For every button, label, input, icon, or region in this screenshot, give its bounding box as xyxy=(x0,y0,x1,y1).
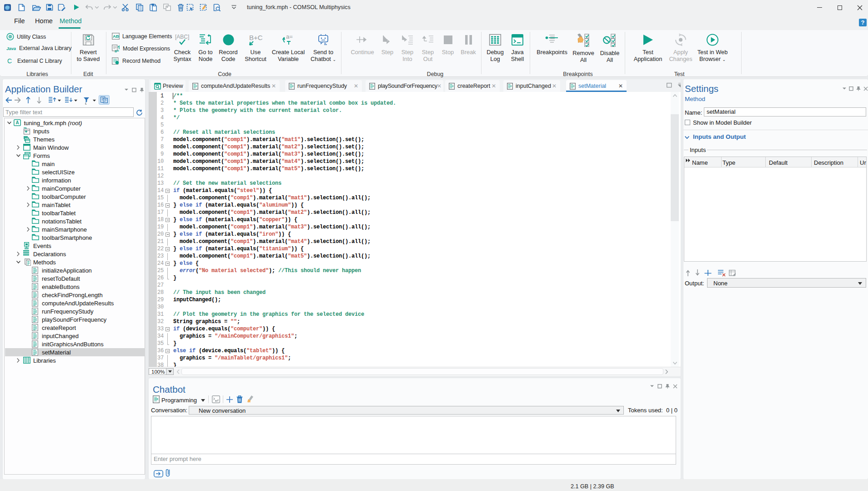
svg-text:[ABC]: [ABC] xyxy=(175,34,189,40)
svg-text:ABC: ABC xyxy=(113,34,120,39)
svg-text:a=: a= xyxy=(286,34,293,40)
svg-text:Java: Java xyxy=(6,46,16,51)
svg-text:a=: a= xyxy=(115,49,119,53)
svg-text:A: A xyxy=(16,120,19,125)
svg-text:B+C: B+C xyxy=(249,34,263,41)
svg-text:C: C xyxy=(7,57,12,65)
